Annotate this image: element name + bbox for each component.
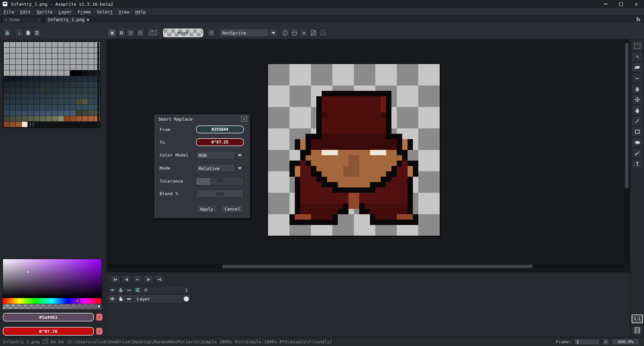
- palette-swatch[interactable]: [16, 105, 21, 110]
- palette-swatch[interactable]: [10, 122, 15, 127]
- palette-swatch[interactable]: [70, 65, 76, 70]
- tab-infantry[interactable]: Infantry_1.png ●: [44, 16, 89, 23]
- palette-swatch[interactable]: [76, 48, 82, 53]
- palette-swatch[interactable]: [58, 70, 64, 76]
- palette-swatch[interactable]: [10, 88, 15, 93]
- frame-header-cell[interactable]: 1: [181, 286, 191, 294]
- background-color-bar[interactable]: 0°97.76: [3, 327, 94, 336]
- palette-swatch[interactable]: [64, 105, 70, 110]
- palette-swatch[interactable]: [16, 59, 21, 64]
- palette-swatch[interactable]: [82, 116, 88, 121]
- palette-swatch[interactable]: [28, 76, 34, 81]
- palette-swatch[interactable]: [28, 82, 34, 87]
- palette-swatch[interactable]: [58, 93, 64, 99]
- palette-swatch[interactable]: [76, 93, 82, 99]
- palette-swatch[interactable]: [22, 105, 28, 110]
- horizontal-scrollbar[interactable]: [108, 264, 624, 269]
- vertical-scrollbar[interactable]: [625, 40, 629, 264]
- palette-swatch[interactable]: [4, 48, 9, 53]
- palette-swatch[interactable]: [58, 76, 64, 81]
- palette-swatch[interactable]: [70, 93, 76, 99]
- palette-swatch[interactable]: [40, 76, 46, 81]
- palette-swatch[interactable]: [88, 99, 94, 104]
- menu-select[interactable]: Select: [94, 9, 116, 14]
- palette-swatch[interactable]: [52, 59, 58, 64]
- palette-swatch[interactable]: [28, 48, 34, 53]
- visibility-column-icon[interactable]: [108, 286, 117, 294]
- palette-swatch[interactable]: [16, 65, 21, 70]
- from-color-button[interactable]: #293d44: [196, 125, 244, 133]
- saturation-value-box[interactable]: [3, 259, 102, 298]
- palette-swatch[interactable]: [76, 59, 82, 64]
- restore-button[interactable]: [613, 0, 629, 8]
- palette-swatch[interactable]: [70, 76, 76, 81]
- grid-button[interactable]: [207, 29, 215, 37]
- tab-list-icon[interactable]: [637, 17, 641, 21]
- palette-swatch[interactable]: [4, 88, 9, 93]
- palette-swatch[interactable]: [22, 76, 28, 81]
- apply-button[interactable]: Apply: [196, 205, 217, 213]
- palette-swatch[interactable]: [58, 42, 64, 47]
- color-model-arrow-button[interactable]: [236, 151, 244, 159]
- palette-swatch[interactable]: [52, 70, 58, 76]
- tab-home[interactable]: ⌂ Home ✕: [1, 16, 43, 23]
- close-button[interactable]: ✕: [629, 0, 644, 8]
- move-tool[interactable]: [632, 95, 643, 105]
- palette-swatch[interactable]: [40, 82, 46, 87]
- palette-swatch[interactable]: [64, 82, 70, 87]
- palette-swatch[interactable]: [64, 110, 70, 116]
- to-color-button[interactable]: 0°97.25: [196, 138, 244, 146]
- palette-swatch[interactable]: [82, 88, 88, 93]
- palette-swatch[interactable]: [10, 105, 15, 110]
- palette-swatch[interactable]: [64, 88, 70, 93]
- layer-name[interactable]: Layer: [133, 296, 150, 301]
- palette-swatch[interactable]: [76, 82, 82, 87]
- palette-swatch[interactable]: [58, 110, 64, 116]
- palette-swatch[interactable]: [4, 53, 9, 59]
- palette-swatch[interactable]: [46, 82, 52, 87]
- palette-swatch[interactable]: [46, 76, 52, 81]
- palette-swatch[interactable]: [4, 65, 9, 70]
- palette-swatch[interactable]: [70, 59, 76, 64]
- palette-swatch[interactable]: [10, 59, 15, 64]
- palette-swatch[interactable]: [40, 88, 46, 93]
- palette-swatch[interactable]: [58, 116, 64, 121]
- palette-swatch[interactable]: [10, 76, 15, 81]
- palette-swatch[interactable]: [4, 105, 9, 110]
- palette-swatch[interactable]: [58, 82, 64, 87]
- palette-swatch[interactable]: [40, 42, 46, 47]
- rectangular-marquee-tool[interactable]: [632, 41, 643, 51]
- palette-swatch[interactable]: [46, 99, 52, 104]
- vertical-scroll-thumb[interactable]: [625, 43, 629, 188]
- palette-swatch[interactable]: [58, 59, 64, 64]
- palette-swatch[interactable]: [58, 105, 64, 110]
- palette-swatch[interactable]: [82, 99, 88, 104]
- palette-swatch[interactable]: [52, 116, 58, 121]
- palette-swatch[interactable]: [34, 76, 40, 81]
- pencil-tool[interactable]: ✎: [632, 52, 643, 62]
- palette-swatch[interactable]: [40, 65, 46, 70]
- mask-button[interactable]: Mask: [163, 28, 203, 37]
- palette-swatch[interactable]: [28, 88, 34, 93]
- palette-swatch[interactable]: [64, 42, 70, 47]
- palette-swatch[interactable]: [76, 99, 82, 104]
- palette-swatch[interactable]: [46, 105, 52, 110]
- cel-mode-icon[interactable]: [142, 286, 150, 294]
- palette-swatch[interactable]: [88, 93, 94, 99]
- palette-swatch[interactable]: [34, 110, 40, 116]
- palette-swatch[interactable]: [34, 48, 40, 53]
- selection-add-button[interactable]: [117, 29, 125, 37]
- palette-swatch[interactable]: [88, 53, 94, 59]
- palette-swatch[interactable]: [40, 105, 46, 110]
- palette-swatch[interactable]: [58, 53, 64, 59]
- palette-swatch[interactable]: [76, 65, 82, 70]
- palette-swatch[interactable]: [16, 53, 21, 59]
- palette-swatch[interactable]: [70, 110, 76, 116]
- palette-swatch[interactable]: [16, 99, 21, 104]
- palette-swatch[interactable]: [46, 48, 52, 53]
- palette-swatch[interactable]: [82, 42, 88, 47]
- palette-swatch[interactable]: [46, 65, 52, 70]
- palette-swatch[interactable]: [76, 42, 82, 47]
- palette-swatch[interactable]: [4, 99, 9, 104]
- palette-swatch[interactable]: [22, 59, 28, 64]
